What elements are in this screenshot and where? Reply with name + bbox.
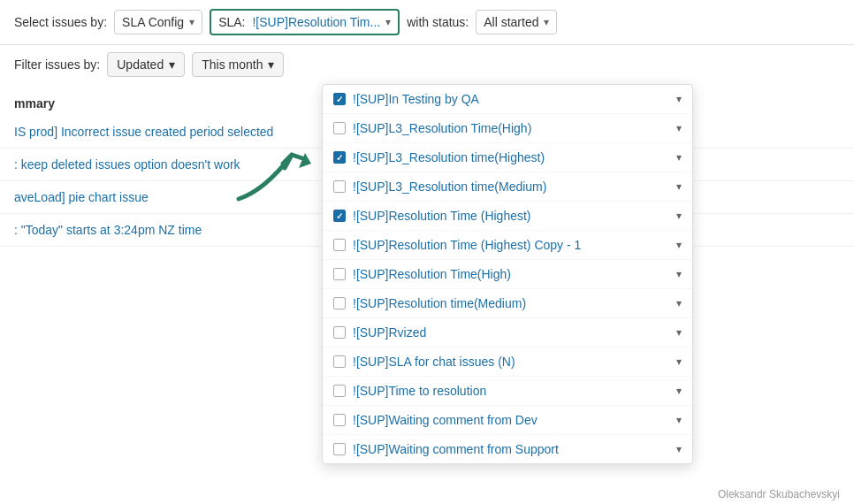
item-expand-icon-l3-medium[interactable]: ▾	[676, 180, 682, 193]
item-expand-icon-res-high[interactable]: ▾	[676, 268, 682, 280]
sla-config-select[interactable]: SLA Config ▾	[114, 10, 202, 34]
item-label-in-testing: ![SUP]In Testing by QA	[353, 92, 669, 106]
checkbox-res-high[interactable]	[333, 268, 346, 280]
item-expand-icon-l3-highest[interactable]: ▾	[676, 151, 682, 164]
item-expand-icon-res-highest-copy[interactable]: ▾	[676, 239, 682, 251]
dropdown-item-l3-medium[interactable]: ![SUP]L3_Resolution time(Medium) ▾	[323, 172, 692, 202]
dropdown-item-l3-high[interactable]: ![SUP]L3_Resolution Time(High) ▾	[323, 114, 692, 143]
checkbox-in-testing[interactable]	[333, 93, 346, 105]
dropdown-item-res-medium[interactable]: ![SUP]Resolution time(Medium) ▾	[323, 289, 692, 318]
checkbox-waiting-dev[interactable]	[333, 414, 346, 426]
issue-link-2[interactable]: : keep deleted issues option doesn't wor…	[14, 157, 240, 172]
item-label-rvized: ![SUP]Rvized	[353, 325, 669, 340]
item-label-l3-high: ![SUP]L3_Resolution Time(High)	[353, 121, 669, 135]
sla-config-value: SLA Config	[122, 15, 184, 29]
toolbar: Select issues by: SLA Config ▾ SLA: ![SU…	[0, 0, 854, 45]
sla-config-chevron-icon: ▾	[189, 16, 194, 28]
checkbox-res-highest[interactable]	[333, 210, 346, 222]
item-expand-icon-res-medium[interactable]: ▾	[676, 297, 682, 309]
status-value: All started	[484, 15, 538, 29]
updated-value: Updated	[117, 57, 164, 72]
item-label-res-highest-copy: ![SUP]Resolution Time (Highest) Copy - 1	[353, 238, 669, 252]
sla-chevron-icon: ▾	[385, 16, 391, 28]
issue-link-1[interactable]: IS prod] Incorrect issue created period …	[14, 125, 273, 139]
item-label-l3-medium: ![SUP]L3_Resolution time(Medium)	[353, 179, 669, 194]
item-label-waiting-support: ![SUP]Waiting comment from Support	[353, 442, 669, 456]
item-expand-icon-sla-chat[interactable]: ▾	[676, 355, 682, 368]
select-issues-label: Select issues by:	[14, 15, 107, 29]
dropdown-item-in-testing[interactable]: ![SUP]In Testing by QA ▾	[323, 85, 692, 114]
dropdown-item-waiting-support[interactable]: ![SUP]Waiting comment from Support ▾	[323, 435, 692, 463]
item-label-l3-highest: ![SUP]L3_Resolution time(Highest)	[353, 150, 669, 164]
sla-dropdown-menu: ![SUP]In Testing by QA ▾ ![SUP]L3_Resolu…	[322, 84, 693, 464]
dropdown-item-rvized[interactable]: ![SUP]Rvized ▾	[323, 318, 692, 347]
item-label-time-resolution: ![SUP]Time to resolution	[353, 384, 669, 398]
status-select[interactable]: All started ▾	[476, 10, 557, 34]
this-month-value: This month	[202, 57, 263, 72]
filter-issues-label: Filter issues by:	[14, 57, 100, 72]
main-content: mmary IS prod] Incorrect issue created p…	[0, 84, 854, 504]
sla-selected-value: ![SUP]Resolution Tim...	[252, 15, 380, 29]
dropdown-item-res-highest-copy[interactable]: ![SUP]Resolution Time (Highest) Copy - 1…	[323, 231, 692, 260]
item-label-sla-chat: ![SUP]SLA for chat issues (N)	[353, 355, 669, 369]
filter-bar: Filter issues by: Updated ▾ This month ▾	[0, 45, 854, 84]
checkbox-res-highest-copy[interactable]	[333, 239, 346, 251]
author-name: Oleksandr Skubachevskyi	[718, 488, 840, 500]
checkbox-rvized[interactable]	[333, 326, 346, 339]
sla-prefix: SLA:	[218, 15, 245, 29]
checkbox-l3-highest[interactable]	[333, 151, 346, 164]
dropdown-item-res-highest[interactable]: ![SUP]Resolution Time (Highest) ▾	[323, 202, 692, 231]
footer-author: Oleksandr Skubachevskyi	[718, 485, 840, 504]
checkbox-res-medium[interactable]	[333, 297, 346, 309]
item-expand-icon-in-testing[interactable]: ▾	[676, 93, 682, 105]
sla-dropdown[interactable]: SLA: ![SUP]Resolution Tim... ▾	[210, 9, 400, 35]
dropdown-item-time-resolution[interactable]: ![SUP]Time to resolution ▾	[323, 377, 692, 406]
issue-link-3[interactable]: aveLoad] pie chart issue	[14, 190, 149, 204]
item-label-res-high: ![SUP]Resolution Time(High)	[353, 267, 669, 281]
dropdown-item-waiting-dev[interactable]: ![SUP]Waiting comment from Dev ▾	[323, 406, 692, 435]
item-expand-icon-res-highest[interactable]: ▾	[676, 210, 682, 222]
with-status-label: with status:	[407, 15, 469, 29]
checkbox-time-resolution[interactable]	[333, 385, 346, 397]
item-expand-icon-time-resolution[interactable]: ▾	[676, 385, 682, 397]
updated-chevron-icon: ▾	[169, 57, 175, 72]
dropdown-item-res-high[interactable]: ![SUP]Resolution Time(High) ▾	[323, 260, 692, 289]
dropdown-item-sla-chat[interactable]: ![SUP]SLA for chat issues (N) ▾	[323, 347, 692, 377]
status-chevron-icon: ▾	[544, 16, 549, 28]
item-expand-icon-l3-high[interactable]: ▾	[676, 122, 682, 134]
dropdown-item-l3-highest[interactable]: ![SUP]L3_Resolution time(Highest) ▾	[323, 143, 692, 172]
issue-link-4[interactable]: : "Today" starts at 3:24pm NZ time	[14, 223, 202, 237]
checkbox-sla-chat[interactable]	[333, 355, 346, 368]
item-label-res-highest: ![SUP]Resolution Time (Highest)	[353, 209, 669, 223]
item-expand-icon-waiting-dev[interactable]: ▾	[676, 414, 682, 426]
checkbox-l3-medium[interactable]	[333, 180, 346, 193]
checkbox-l3-high[interactable]	[333, 122, 346, 134]
item-label-waiting-dev: ![SUP]Waiting comment from Dev	[353, 413, 669, 427]
this-month-select[interactable]: This month ▾	[192, 52, 284, 77]
item-expand-icon-waiting-support[interactable]: ▾	[676, 443, 682, 455]
item-expand-icon-rvized[interactable]: ▾	[676, 326, 682, 339]
item-label-res-medium: ![SUP]Resolution time(Medium)	[353, 296, 669, 310]
updated-select[interactable]: Updated ▾	[107, 52, 185, 77]
checkbox-waiting-support[interactable]	[333, 443, 346, 455]
this-month-chevron-icon: ▾	[268, 57, 274, 72]
